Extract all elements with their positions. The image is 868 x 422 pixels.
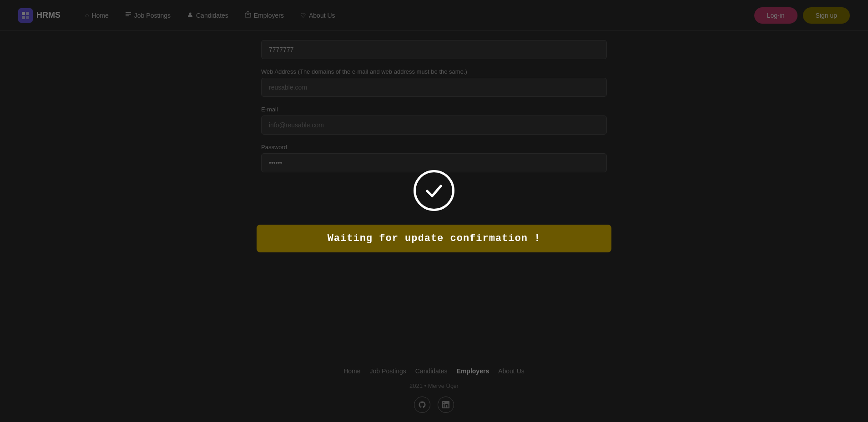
checkmark-icon — [423, 179, 445, 202]
check-circle — [414, 170, 454, 211]
confirmation-overlay: Waiting for update confirmation ! — [0, 0, 868, 422]
confirm-button[interactable]: Waiting for update confirmation ! — [257, 225, 611, 252]
